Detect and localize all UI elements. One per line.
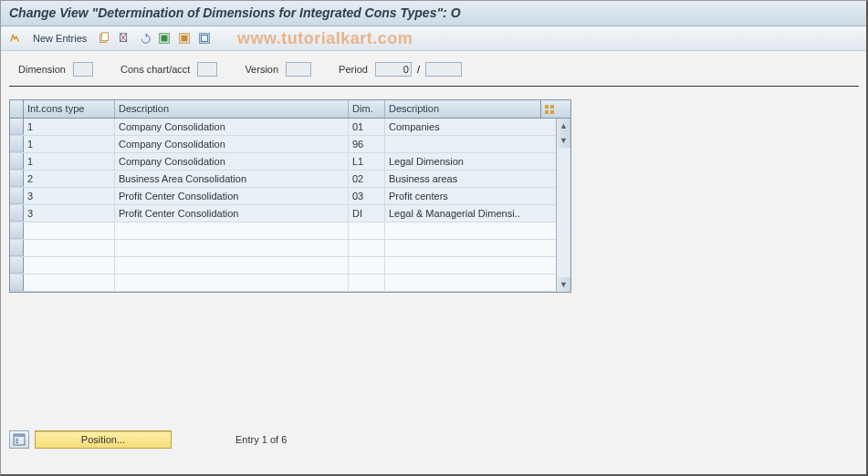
- copy-icon[interactable]: [96, 30, 112, 47]
- svg-rect-10: [550, 105, 554, 109]
- cell-desc1: [115, 222, 349, 239]
- table-row: [10, 274, 556, 292]
- cell-desc2: Companies: [385, 119, 540, 135]
- cell-type[interactable]: 1: [24, 119, 115, 135]
- svg-rect-14: [14, 434, 25, 437]
- row-selector: [10, 257, 24, 274]
- cell-desc2: Profit centers: [385, 188, 540, 204]
- cell-desc2: [385, 136, 540, 152]
- cell-desc1: Profit Center Consolidation: [115, 205, 349, 222]
- cell-dim[interactable]: 96: [349, 136, 385, 152]
- cell-desc2: [385, 222, 540, 239]
- table-row[interactable]: 1Company Consolidation96: [10, 136, 556, 153]
- cell-desc1: Company Consolidation: [115, 153, 349, 170]
- cell-desc2: Legal & Managerial Dimensi..: [385, 205, 540, 222]
- filter-bar: Dimension Cons chart/acct Version Period…: [9, 57, 859, 87]
- cell-type: [24, 222, 115, 239]
- period-label: Period: [339, 64, 368, 75]
- version-label: Version: [245, 64, 278, 75]
- cell-dim[interactable]: 02: [349, 171, 385, 187]
- configure-columns-icon[interactable]: [540, 100, 557, 118]
- row-selector[interactable]: [10, 136, 24, 152]
- svg-rect-16: [16, 440, 18, 441]
- row-selector[interactable]: [10, 171, 24, 187]
- scroll-up-icon[interactable]: ▲: [557, 119, 570, 133]
- table-row[interactable]: 1Company Consolidation01Companies: [10, 119, 556, 136]
- dimension-field[interactable]: [73, 62, 93, 77]
- row-selector[interactable]: [10, 188, 24, 204]
- cell-type[interactable]: 1: [24, 136, 115, 152]
- table-row[interactable]: 1Company ConsolidationL1Legal Dimension: [10, 153, 556, 171]
- period-sep: /: [417, 64, 420, 75]
- svg-rect-8: [202, 36, 208, 42]
- dimension-label: Dimension: [18, 64, 66, 75]
- data-grid: Int.cons type Description Dim. Descripti…: [9, 99, 571, 293]
- cell-desc1: Business Area Consolidation: [115, 171, 349, 187]
- svg-rect-9: [545, 105, 549, 109]
- cons-chart-label: Cons chart/acct: [120, 64, 190, 75]
- delete-icon[interactable]: [116, 30, 132, 47]
- cell-dim[interactable]: 01: [349, 119, 385, 135]
- vertical-scrollbar[interactable]: ▲ ▼ ▼: [556, 119, 570, 292]
- table-row[interactable]: 3Profit Center ConsolidationDILegal & Ma…: [10, 205, 556, 222]
- col-header-desc1[interactable]: Description: [115, 100, 349, 118]
- svg-rect-11: [545, 110, 549, 114]
- toolbar: New Entries www.tutorialkart.com: [0, 26, 868, 51]
- cell-type: [24, 240, 115, 256]
- deselect-all-icon[interactable]: [196, 30, 213, 47]
- position-button[interactable]: Position...: [35, 430, 172, 449]
- grid-header: Int.cons type Description Dim. Descripti…: [10, 100, 570, 119]
- period-year-field[interactable]: [425, 62, 462, 77]
- cell-type[interactable]: 3: [24, 188, 115, 204]
- row-selector[interactable]: [10, 153, 24, 170]
- cell-dim[interactable]: DI: [349, 205, 385, 222]
- row-selector: [10, 222, 24, 239]
- cell-dim: [349, 274, 385, 291]
- row-selector[interactable]: [10, 119, 24, 135]
- new-entries-button[interactable]: New Entries: [27, 31, 92, 46]
- scroll-down-icon[interactable]: ▼: [557, 277, 570, 292]
- select-block-icon[interactable]: [176, 30, 193, 47]
- cell-desc1: [115, 257, 349, 274]
- svg-rect-1: [102, 33, 109, 41]
- period-field[interactable]: 0: [375, 62, 412, 77]
- cell-desc2: [385, 240, 540, 256]
- col-header-dim[interactable]: Dim.: [349, 100, 385, 118]
- toggle-icon[interactable]: [7, 30, 24, 47]
- row-selector[interactable]: [10, 205, 24, 222]
- footer: Position... Entry 1 of 6: [9, 430, 287, 449]
- table-row[interactable]: 2Business Area Consolidation02Business a…: [10, 171, 556, 188]
- svg-rect-4: [162, 36, 168, 42]
- cell-desc1: Company Consolidation: [115, 119, 349, 135]
- cell-dim[interactable]: L1: [349, 153, 385, 170]
- table-row: [10, 240, 556, 257]
- cell-type[interactable]: 1: [24, 153, 115, 170]
- col-header-type[interactable]: Int.cons type: [24, 100, 115, 118]
- table-row[interactable]: 3Profit Center Consolidation03Profit cen…: [10, 188, 556, 205]
- entry-count: Entry 1 of 6: [235, 434, 287, 445]
- version-field[interactable]: [286, 62, 311, 77]
- cell-type[interactable]: 3: [24, 205, 115, 222]
- table-row: [10, 257, 556, 274]
- row-selector: [10, 274, 24, 291]
- table-row: [10, 222, 556, 240]
- svg-rect-17: [16, 442, 18, 443]
- select-all-rows[interactable]: [10, 100, 24, 118]
- cons-chart-field[interactable]: [197, 62, 217, 77]
- scroll-down-step-icon[interactable]: ▼: [557, 133, 570, 148]
- cell-desc2: [385, 274, 540, 291]
- cell-type: [24, 274, 115, 291]
- position-icon[interactable]: [9, 430, 29, 449]
- cell-dim: [349, 257, 385, 274]
- page-title: Change View "Determination of Dimensions…: [0, 0, 868, 26]
- undo-icon[interactable]: [136, 30, 152, 47]
- select-all-icon[interactable]: [156, 30, 173, 47]
- col-header-desc2[interactable]: Description: [385, 100, 540, 118]
- scroll-track[interactable]: [557, 148, 570, 277]
- cell-dim: [349, 222, 385, 239]
- cell-desc1: Company Consolidation: [115, 136, 349, 152]
- cell-type[interactable]: 2: [24, 171, 115, 187]
- cell-desc2: [385, 257, 540, 274]
- cell-dim[interactable]: 03: [349, 188, 385, 204]
- svg-rect-6: [182, 36, 188, 42]
